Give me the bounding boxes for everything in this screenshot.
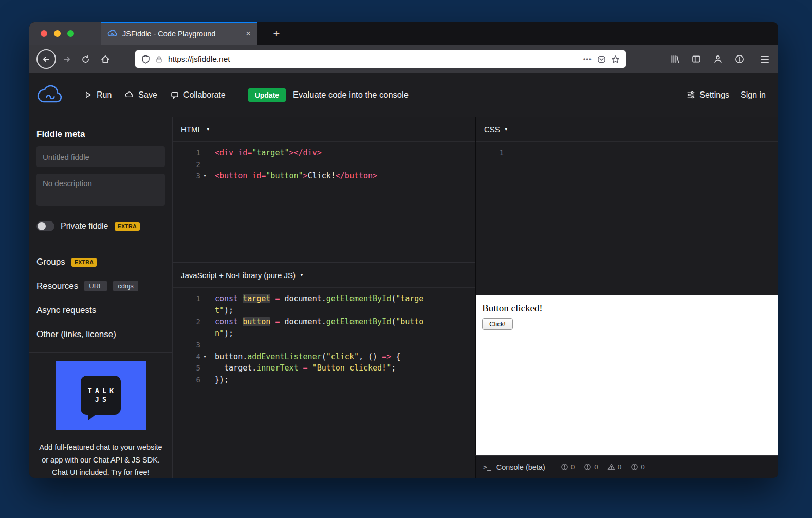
line-number: 5 xyxy=(173,362,200,374)
minimize-window-button[interactable] xyxy=(54,30,61,37)
collaborate-button[interactable]: Collaborate xyxy=(171,90,226,100)
sidebar-item-async-requests[interactable]: Async requests xyxy=(36,305,96,316)
sidebar-item-other[interactable]: Other (links, license) xyxy=(36,329,116,340)
fold-gutter xyxy=(200,159,209,171)
code-line[interactable]: 3 xyxy=(173,339,475,351)
new-tab-button[interactable]: + xyxy=(266,22,287,45)
result-panel: Button clicked! Click! xyxy=(475,295,778,455)
code-line[interactable]: 2 xyxy=(173,159,475,171)
settings-button[interactable]: Settings xyxy=(687,90,729,100)
traffic-lights xyxy=(41,30,74,37)
fold-gutter xyxy=(200,147,209,159)
line-number: 4 xyxy=(173,351,200,363)
forward-button[interactable] xyxy=(58,54,76,64)
collaborate-label: Collaborate xyxy=(183,90,226,100)
close-window-button[interactable] xyxy=(41,30,47,37)
pocket-icon[interactable] xyxy=(597,55,606,64)
console-bar[interactable]: >_ Console (beta) 0 0 xyxy=(475,455,778,478)
bookmark-star-icon[interactable] xyxy=(611,55,620,64)
line-number xyxy=(173,328,200,340)
chevron-down-icon[interactable]: ▼ xyxy=(504,127,508,132)
console-info-count: 0 xyxy=(594,463,598,471)
code-line[interactable]: 1 xyxy=(476,147,778,159)
zoom-window-button[interactable] xyxy=(67,30,74,37)
code-line[interactable]: 3▾<button id="button">Click!</button> xyxy=(173,170,475,182)
desktop: { "icons": { "close": "×", "new_tab": "+… xyxy=(0,0,812,518)
url-text[interactable]: https://jsfiddle.net xyxy=(168,54,578,64)
console-info-badge[interactable]: 0 xyxy=(584,463,598,471)
resources-cdnjs-chip[interactable]: cdnjs xyxy=(113,281,138,291)
lock-icon[interactable] xyxy=(155,55,163,63)
fiddle-description-input[interactable] xyxy=(36,174,165,206)
chevron-down-icon[interactable]: ▼ xyxy=(206,127,210,132)
line-number: 2 xyxy=(173,159,200,171)
back-button[interactable] xyxy=(36,49,56,69)
code-line[interactable]: 5 target.innerText = "Button clicked!"; xyxy=(173,362,475,374)
menu-icon[interactable] xyxy=(761,56,769,63)
console-warning-count: 0 xyxy=(618,463,622,471)
line-number: 1 xyxy=(476,147,504,159)
reload-button[interactable] xyxy=(76,55,95,64)
browser-window: JSFiddle - Code Playground × + xyxy=(29,22,778,478)
sign-in-button[interactable]: Sign in xyxy=(741,90,766,100)
notification-icon[interactable] xyxy=(735,54,744,64)
html-panel-title: HTML xyxy=(181,125,202,134)
fiddle-title-text: Evaluate code into the console xyxy=(293,90,409,100)
code-line[interactable]: t"); xyxy=(173,305,475,317)
css-code-editor[interactable]: 1 xyxy=(476,142,778,159)
code-line[interactable]: 6}); xyxy=(173,374,475,386)
result-click-button[interactable]: Click! xyxy=(482,318,513,330)
resources-url-chip[interactable]: URL xyxy=(84,281,107,291)
home-button[interactable] xyxy=(95,54,116,64)
code-line[interactable]: 2const button = document.getElementById(… xyxy=(173,316,475,328)
code-line[interactable]: n"); xyxy=(173,328,475,340)
library-icon[interactable] xyxy=(670,54,679,64)
tab-close-icon[interactable]: × xyxy=(246,29,251,38)
chevron-down-icon[interactable]: ▼ xyxy=(300,273,304,278)
page-actions-icon[interactable]: ••• xyxy=(583,55,592,63)
private-fiddle-toggle[interactable] xyxy=(36,221,54,231)
fold-marker-icon[interactable]: ▾ xyxy=(200,351,209,363)
console-log-count: 0 xyxy=(641,463,645,471)
code-line[interactable]: 4▾button.addEventListener("click", () =>… xyxy=(173,351,475,363)
browser-tab[interactable]: JSFiddle - Code Playground × xyxy=(101,22,257,45)
javascript-panel-header[interactable]: JavaScript + No-Library (pure JS) ▼ xyxy=(173,263,475,288)
save-button[interactable]: Save xyxy=(125,90,157,100)
private-fiddle-label: Private fiddle xyxy=(61,221,108,231)
console-warning-badge[interactable]: 0 xyxy=(607,463,622,471)
fold-gutter xyxy=(200,328,209,340)
css-panel-header[interactable]: CSS ▼ xyxy=(476,117,778,142)
tracking-shield-icon[interactable] xyxy=(141,55,150,64)
run-button[interactable]: Run xyxy=(84,90,112,100)
ad-text[interactable]: Add full-featured chat to your website o… xyxy=(36,441,165,478)
sidebar-divider xyxy=(29,352,172,353)
javascript-code-editor[interactable]: 1const target = document.getElementById(… xyxy=(173,288,475,385)
fiddle-title-input[interactable] xyxy=(36,146,165,167)
code-line[interactable]: 1<div id="target"></div> xyxy=(173,147,475,159)
toggle-knob xyxy=(38,222,46,230)
jsfiddle-logo-icon[interactable] xyxy=(36,84,65,106)
talkjs-ad-banner[interactable]: TALK JS xyxy=(56,361,146,430)
line-number: 1 xyxy=(173,293,200,305)
line-number: 6 xyxy=(173,374,200,386)
update-button[interactable]: Update xyxy=(248,88,286,102)
fold-gutter xyxy=(200,305,209,317)
console-log-badge[interactable]: 0 xyxy=(631,463,645,471)
fold-marker-icon[interactable]: ▾ xyxy=(200,170,209,182)
url-bar[interactable]: https://jsfiddle.net ••• xyxy=(135,50,626,68)
html-panel-header[interactable]: HTML ▼ xyxy=(173,117,475,142)
sidebar-item-resources[interactable]: Resources xyxy=(36,281,78,291)
code-line[interactable]: 1const target = document.getElementById(… xyxy=(173,293,475,305)
fold-gutter xyxy=(200,339,209,351)
fold-gutter xyxy=(200,362,209,374)
html-code-editor[interactable]: 1<div id="target"></div>23▾<button id="b… xyxy=(173,142,475,182)
sidebar-toggle-icon[interactable] xyxy=(692,54,701,64)
account-icon[interactable] xyxy=(713,54,723,64)
editor-panels: HTML ▼ 1<div id="target"></div>23▾<butto… xyxy=(173,117,778,478)
javascript-panel: JavaScript + No-Library (pure JS) ▼ 1con… xyxy=(173,263,475,478)
console-error-badge[interactable]: 0 xyxy=(561,463,575,471)
sidebar-item-groups[interactable]: Groups xyxy=(36,257,65,267)
line-number: 3 xyxy=(173,170,200,182)
sliders-icon xyxy=(687,90,695,99)
console-prompt-icon: >_ xyxy=(483,463,491,471)
